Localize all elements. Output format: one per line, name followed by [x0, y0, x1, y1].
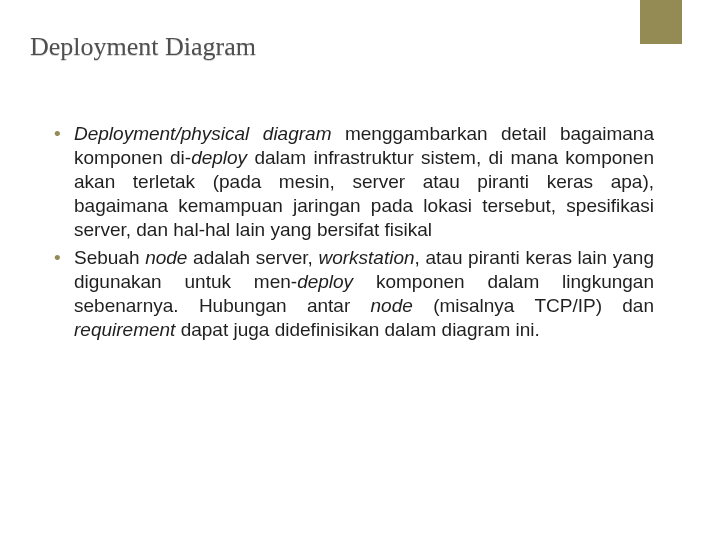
page-title: Deployment Diagram — [30, 32, 662, 62]
slide-content: Deployment Diagram Deployment/physical d… — [0, 0, 720, 341]
list-item: Sebuah node adalah server, workstation, … — [54, 246, 654, 342]
accent-bar — [640, 0, 682, 44]
bullet-list: Deployment/physical diagram menggambarka… — [30, 122, 662, 341]
list-item: Deployment/physical diagram menggambarka… — [54, 122, 654, 242]
